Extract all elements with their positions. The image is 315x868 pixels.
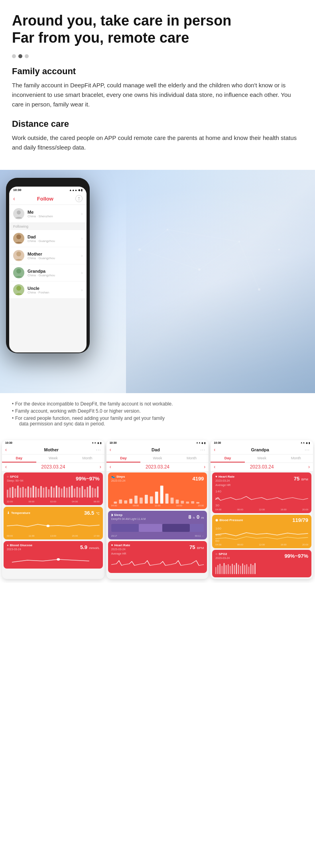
mother-spo2-card: ○ SPO2 Sleep: 90~94 99%~97%	[4, 472, 103, 505]
mother-header: ‹ Mother ···	[2, 445, 104, 455]
mother-prev[interactable]: ‹	[5, 464, 7, 470]
grandpa-heart-chart: 140 90 30	[215, 488, 308, 508]
svg-rect-67	[170, 498, 173, 504]
contact-mother[interactable]: Mother China · Guangzhou ›	[9, 247, 87, 264]
phone-notch	[36, 182, 60, 186]
dad-prev[interactable]: ‹	[110, 464, 111, 470]
contact-grandpa[interactable]: Grandpa China · Guangzhou ›	[9, 264, 87, 281]
dad-next[interactable]: ›	[204, 464, 205, 470]
svg-text:140: 140	[215, 490, 222, 493]
spo2-sub: Sleep: 90~94	[7, 479, 23, 482]
grandpa-title: Grandpa	[251, 447, 269, 452]
grandpa-tab-week[interactable]: Week	[245, 455, 279, 463]
nav-title: Follow	[37, 196, 53, 202]
note-1: For the device incompatible to DeepFit, …	[12, 401, 303, 407]
svg-rect-23	[20, 488, 21, 498]
signal-icon: ▲▲	[196, 441, 201, 444]
svg-rect-44	[74, 488, 75, 497]
wifi-icon: ◈	[306, 441, 308, 444]
mother-tab-month[interactable]: Month	[70, 455, 104, 463]
mother-tab-week[interactable]: Week	[36, 455, 71, 463]
battery-icon: ▮	[81, 189, 83, 192]
dad-tab-month[interactable]: Month	[175, 455, 209, 463]
grandpa-heart-card: ♥ Heart Rate 2023-03-24 75 BPM Average H…	[212, 472, 311, 513]
back-button[interactable]: ‹	[13, 195, 15, 202]
phone-mockup: 10:30 ▲▲▲ ◈ ▮ ‹ Follow	[6, 178, 90, 353]
mother-tab-day[interactable]: Day	[2, 455, 36, 463]
steps-sub: 2023-03-24	[111, 479, 126, 482]
svg-rect-50	[89, 486, 91, 498]
mother-back[interactable]: ‹	[5, 447, 7, 453]
grandpa-tab-day[interactable]: Day	[211, 455, 245, 463]
dad-title: Dad	[152, 447, 160, 452]
grandpa-info: Grandpa China · Guangzhou	[28, 269, 81, 277]
mother-next[interactable]: ›	[100, 464, 101, 470]
svg-line-9	[239, 242, 259, 289]
svg-rect-37	[56, 486, 57, 498]
grandpa-back[interactable]: ‹	[214, 447, 215, 453]
grandpa-tab-month[interactable]: Month	[279, 455, 313, 463]
svg-rect-83	[224, 563, 225, 574]
me-row[interactable]: Me China · Shenzhen ›	[9, 205, 87, 223]
svg-rect-53	[97, 486, 98, 498]
svg-rect-46	[79, 488, 81, 498]
svg-rect-29	[35, 487, 37, 498]
wifi-icon: ◈	[201, 441, 203, 444]
profile-icon[interactable]	[75, 195, 83, 202]
battery-icon: ▮	[309, 441, 310, 444]
svg-rect-19	[9, 488, 11, 498]
spo2-title: ○ SPO2	[7, 475, 23, 478]
hero-title: Around you, take care in person Far from…	[12, 12, 303, 46]
svg-rect-21	[14, 488, 16, 497]
grandpa-next[interactable]: ›	[308, 464, 310, 470]
me-chevron: ›	[81, 212, 83, 216]
svg-point-54	[47, 525, 50, 527]
dad-avatar	[13, 233, 24, 244]
mother-date: 2023.03.24	[41, 464, 65, 470]
sleep-title: ◗ Sleep	[111, 513, 146, 517]
grandpa-card: 10:30 ▲▲ ◈ ▮ ‹ Grandpa ··· Day Week Mont…	[211, 440, 313, 579]
contact-uncle[interactable]: Uncle China · Foshan ›	[9, 281, 87, 299]
grandpa-heart-label-area: ♥ Heart Rate 2023-03-24	[215, 475, 234, 482]
dad-menu[interactable]: ···	[200, 447, 205, 453]
svg-rect-56	[114, 502, 117, 504]
grandpa-spo2-chart	[215, 561, 308, 575]
contact-dad[interactable]: Dad China · Guangzhou ›	[9, 230, 87, 247]
svg-rect-22	[17, 486, 19, 498]
svg-rect-89	[236, 563, 237, 574]
dot-3[interactable]	[25, 54, 29, 58]
dad-status-icons: ▲▲ ◈ ▮	[196, 441, 205, 444]
svg-rect-34	[48, 489, 49, 497]
svg-rect-30	[38, 488, 39, 497]
grandpa-heart-time-axis: 04:00 08:00 12:00 16:00 20:00	[215, 508, 308, 511]
svg-rect-60	[134, 496, 138, 504]
temp-value-area: 36.5 ℃	[84, 509, 100, 516]
me-info: Me China · Shenzhen	[28, 210, 81, 218]
bp-header: ◉ Blood Pressure 119/79	[215, 517, 308, 523]
grandpa-prev[interactable]: ‹	[214, 464, 215, 470]
dot-2[interactable]	[18, 54, 22, 58]
grandpa-heart-value: 75	[294, 476, 299, 482]
grandpa-menu[interactable]: ···	[305, 447, 310, 453]
dot-1[interactable]	[12, 54, 16, 58]
dad-back[interactable]: ‹	[110, 447, 111, 453]
svg-rect-90	[238, 565, 239, 574]
svg-rect-87	[232, 564, 233, 574]
mother-info: Mother China · Guangzhou	[28, 252, 81, 260]
temp-label-area: 🌡 Temperature	[7, 511, 30, 515]
hero-section: Around you, take care in person Far from…	[0, 0, 315, 170]
mother-menu[interactable]: ···	[96, 447, 101, 453]
bp-label-area: ◉ Blood Pressure	[215, 518, 243, 522]
svg-rect-18	[7, 490, 8, 498]
glucose-date: 2023-03-24	[7, 548, 32, 551]
dad-sleep-card: ◗ Sleep DeepFit 04 AM Light 11 A M 8 h 0…	[108, 511, 207, 539]
dad-tab-week[interactable]: Week	[140, 455, 175, 463]
dad-date-nav: ‹ 2023.03.24 ›	[106, 463, 209, 471]
dad-tab-day[interactable]: Day	[106, 455, 141, 463]
phone-time: 10:30	[13, 188, 21, 192]
mother-time: 10:30	[5, 441, 12, 444]
svg-rect-64	[155, 492, 158, 504]
grandpa-name: Grandpa	[28, 269, 81, 274]
grandpa-status-bar: 10:30 ▲▲ ◈ ▮	[211, 440, 313, 445]
note-3: For cared people function, need adding y…	[12, 415, 303, 427]
